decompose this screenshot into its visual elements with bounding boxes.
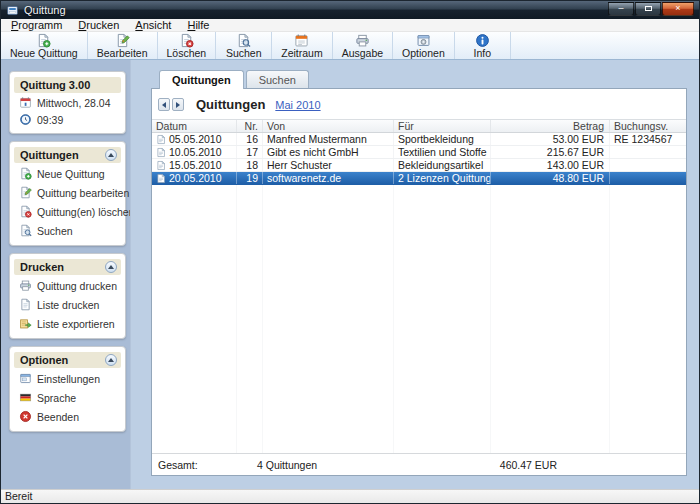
app-info-panel-header: Quittung 3.00 [14, 77, 121, 93]
cell-betrag: 143.00 EUR [491, 159, 610, 171]
panel-title: Optionen [20, 354, 68, 366]
toolbar-optionen-button[interactable]: Optionen [393, 32, 455, 59]
content-panel: Quittungen Mai 2010 Datum Nr. Von Für Be… [151, 88, 687, 476]
sidebar-item-quittung-drucken[interactable]: Quittung drucken [14, 277, 121, 294]
document-plus-icon [36, 33, 51, 48]
toolbar: Neue Quittung Bearbeiten Löschen Suchen … [1, 32, 699, 60]
next-month-button[interactable] [172, 98, 184, 111]
toolbar-label: Löschen [167, 48, 207, 59]
close-button[interactable]: × [662, 2, 694, 16]
sidebar-item-quittungen-loeschen[interactable]: Quittung(en) löschen [14, 203, 121, 220]
sidebar-item-label: Liste drucken [37, 299, 99, 311]
toolbar-bearbeiten-button[interactable]: Bearbeiten [88, 32, 158, 59]
sidebar-item-einstellungen[interactable]: Einstellungen [14, 370, 121, 387]
sidebar-item-label: Quittung(en) löschen [37, 206, 131, 218]
toolbar-label: Neue Quittung [10, 48, 78, 59]
toolbar-info-button[interactable]: Info [455, 32, 511, 59]
table-row[interactable]: 15.05.2010 18 Herr Schuster Bekleidungsa… [152, 159, 686, 172]
sidebar-item-quittung-bearbeiten[interactable]: Quittung bearbeiten [14, 184, 121, 201]
sidebar-item-label: Quittung bearbeiten [37, 187, 129, 199]
printer-icon [355, 33, 370, 48]
menu-item-programm[interactable]: Programm [3, 19, 70, 32]
toolbar-loeschen-button[interactable]: Löschen [158, 32, 217, 59]
chevron-up-icon [108, 265, 114, 269]
sidebar-item-sprache[interactable]: Sprache [14, 389, 121, 406]
sidebar-item-liste-exportieren[interactable]: Liste exportieren [14, 315, 121, 332]
chevron-up-icon [108, 358, 114, 362]
column-header-von[interactable]: Von [263, 120, 394, 132]
column-header-nr[interactable]: Nr. [237, 120, 263, 132]
cell-von: Gibt es nicht GmbH [263, 146, 394, 158]
sidebar-item-label: Einstellungen [37, 373, 100, 385]
maximize-icon [645, 6, 652, 11]
sidebar-item-neue-quittung[interactable]: Neue Quittung [14, 165, 121, 182]
table-row[interactable]: 10.05.2010 17 Gibt es nicht GmbH Textili… [152, 146, 686, 159]
printer-icon [19, 279, 32, 292]
menu-item-drucken[interactable]: Drucken [70, 19, 127, 32]
chevron-up-icon [108, 153, 114, 157]
cell-datum: 05.05.2010 [169, 133, 222, 145]
document-plus-icon [19, 167, 32, 180]
column-header-buchungsv[interactable]: Buchungsv. [610, 120, 686, 132]
clock-icon [19, 113, 32, 126]
receipt-count: 4 Quittungen [257, 459, 487, 471]
sidebar-item-liste-drucken[interactable]: Liste drucken [14, 296, 121, 313]
column-header-fuer[interactable]: Für [394, 120, 491, 132]
period-link[interactable]: Mai 2010 [275, 99, 320, 111]
window-controls: – × [608, 1, 694, 19]
table-row[interactable]: 05.05.2010 16 Manfred Mustermann Sportbe… [152, 133, 686, 146]
current-date: Mittwoch, 28.04 [37, 97, 111, 109]
cell-datum: 10.05.2010 [169, 146, 222, 158]
menu-item-hilfe[interactable]: Hilfe [179, 19, 217, 32]
toolbar-zeitraum-button[interactable]: Zeitraum [272, 32, 332, 59]
collapse-button[interactable] [105, 354, 117, 366]
cell-datum: 15.05.2010 [169, 159, 222, 171]
time-row: 09:39 [14, 110, 121, 127]
app-info-panel: Quittung 3.00 Mittwoch, 28.04 09:39 [9, 71, 126, 134]
toolbar-suchen-button[interactable]: Suchen [216, 32, 272, 59]
window-title: Quittung [24, 4, 66, 16]
maximize-button[interactable] [635, 2, 661, 16]
current-time: 09:39 [37, 114, 63, 126]
column-header-datum[interactable]: Datum [152, 120, 237, 132]
status-bar: Bereit [1, 489, 699, 503]
toolbar-label: Info [473, 48, 491, 59]
tab-quittungen[interactable]: Quittungen [159, 70, 244, 89]
toolbar-neue-quittung-button[interactable]: Neue Quittung [1, 32, 88, 59]
column-header-betrag[interactable]: Betrag [491, 120, 610, 132]
menu-bar: Programm Drucken Ansicht Hilfe [1, 19, 699, 32]
options-window-icon [416, 33, 431, 48]
sidebar-item-label: Sprache [37, 392, 76, 404]
optionen-panel-header: Optionen [14, 352, 121, 368]
cell-fuer: 2 Lizenzen Quittung [394, 172, 491, 184]
panel-title: Drucken [20, 261, 64, 273]
minimize-button[interactable]: – [608, 2, 634, 16]
collapse-button[interactable] [105, 149, 117, 161]
cell-von: Herr Schuster [263, 159, 394, 171]
cell-von: Manfred Mustermann [263, 133, 394, 145]
cell-betrag: 48.80 EUR [491, 172, 610, 184]
receipt-document-icon [156, 160, 166, 171]
collapse-button[interactable] [105, 261, 117, 273]
cell-nr: 17 [237, 146, 263, 158]
window-body: Quittung 3.00 Mittwoch, 28.04 09:39 Quit… [1, 60, 699, 489]
sidebar-item-suchen[interactable]: Suchen [14, 222, 121, 239]
settings-window-icon [19, 372, 32, 385]
sidebar-item-label: Suchen [37, 225, 73, 237]
previous-month-button[interactable] [158, 98, 170, 111]
toolbar-ausgabe-button[interactable]: Ausgabe [333, 32, 393, 59]
cell-fuer: Bekleidungsartikel [394, 159, 491, 171]
menu-item-ansicht[interactable]: Ansicht [127, 19, 179, 32]
table-header: Datum Nr. Von Für Betrag Buchungsv. [152, 119, 686, 133]
tab-suchen[interactable]: Suchen [246, 70, 309, 88]
calendar-icon [294, 33, 309, 48]
document-edit-icon [115, 33, 130, 48]
toolbar-label: Suchen [226, 48, 262, 59]
sidebar-item-label: Liste exportieren [37, 318, 115, 330]
main-content: Quittungen Suchen Quittungen Mai 2010 Da… [131, 60, 699, 489]
info-icon [475, 33, 490, 48]
sidebar-item-beenden[interactable]: Beenden [14, 408, 121, 425]
document-delete-icon [19, 205, 32, 218]
table-row-selected[interactable]: 20.05.2010 19 softwarenetz.de 2 Lizenzen… [152, 172, 686, 185]
titlebar: Quittung – × [1, 1, 699, 19]
